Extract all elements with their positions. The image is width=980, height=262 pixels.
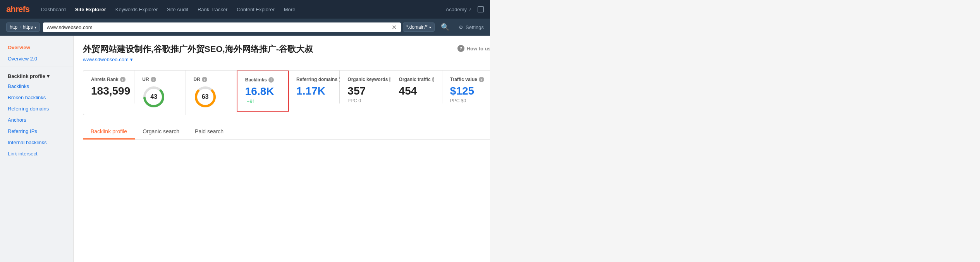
organic-keywords-value: 357 <box>347 85 383 97</box>
tab-backlink-profile[interactable]: Backlink profile <box>83 124 135 140</box>
page-url[interactable]: www.sdwebseo.com ▾ <box>83 57 490 62</box>
dr-circle-metric: 63 <box>194 85 229 109</box>
search-button[interactable]: 🔍 <box>438 21 452 33</box>
protocol-select[interactable]: http + https ▾ <box>6 22 40 32</box>
window-button[interactable] <box>478 6 484 12</box>
metric-organic-keywords[interactable]: Organic keywords i 357 PPC 0 <box>340 71 391 110</box>
nav-keywords-explorer[interactable]: Keywords Explorer <box>115 5 158 14</box>
url-input[interactable] <box>43 22 401 32</box>
nav-academy[interactable]: Academy ↗ <box>446 7 471 12</box>
dr-value: 63 <box>202 93 209 100</box>
main-layout: Overview Overview 2.0 Backlink profile ▾… <box>0 36 490 262</box>
sidebar-section-backlink: Backlink profile ▾ <box>0 69 73 81</box>
nav-rank-tracker[interactable]: Rank Tracker <box>197 5 228 14</box>
ur-info-icon[interactable]: i <box>151 77 156 82</box>
logo[interactable]: ahrefs <box>6 4 29 14</box>
organic-traffic-info-icon[interactable]: i <box>432 77 434 82</box>
traffic-value-sub: PPC $0 <box>450 98 485 103</box>
sidebar-item-referring-ips[interactable]: Referring IPs <box>0 126 73 137</box>
sidebar-item-overview2[interactable]: Overview 2.0 <box>0 53 73 64</box>
ur-circle-metric: 43 <box>142 85 177 109</box>
organic-keywords-sub: PPC 0 <box>347 98 383 103</box>
metric-organic-traffic[interactable]: Organic traffic i 454 <box>391 71 442 103</box>
sidebar-item-anchors[interactable]: Anchors <box>0 114 73 126</box>
dr-circle: 63 <box>194 85 217 109</box>
metric-referring-domains[interactable]: Referring domains i 1.17K <box>289 71 340 103</box>
ahrefs-rank-value: 183,599 <box>91 85 126 97</box>
nav-content-explorer[interactable]: Content Explorer <box>236 5 275 14</box>
metric-ur[interactable]: UR i 43 <box>134 71 186 115</box>
dr-info-icon[interactable]: i <box>202 77 207 82</box>
metric-dr[interactable]: DR i 63 <box>186 71 237 115</box>
content-tabs: Backlink profile Organic search Paid sea… <box>83 124 490 140</box>
sidebar: Overview Overview 2.0 Backlink profile ▾… <box>0 36 74 262</box>
sidebar-item-referring-domains[interactable]: Referring domains <box>0 103 73 114</box>
metric-traffic-value[interactable]: Traffic value i $125 PPC $0 <box>442 71 490 110</box>
ur-value: 43 <box>150 93 157 100</box>
referring-domains-value: 1.17K <box>296 85 332 97</box>
search-bar: http + https ▾ ✕ *.domain/* ▾ 🔍 ⚙ Settin… <box>0 19 490 36</box>
traffic-value-value: $125 <box>450 85 485 97</box>
nav-dashboard[interactable]: Dashboard <box>40 5 67 14</box>
sidebar-divider <box>0 67 73 67</box>
metric-backlinks[interactable]: Backlinks i 16.8K +91 <box>237 70 289 112</box>
nav-right: Academy ↗ <box>446 6 484 12</box>
sidebar-item-overview[interactable]: Overview <box>0 42 73 53</box>
organic-keywords-info-icon[interactable]: i <box>389 77 390 82</box>
metrics-row: Ahrefs Rank i 183,599 UR i <box>83 70 490 115</box>
backlink-chevron-icon: ▾ <box>47 73 50 79</box>
sidebar-item-internal-backlinks[interactable]: Internal backlinks <box>0 137 73 148</box>
page-header: 外贸网站建设制作,谷歌推广外贸SEO,海外网络推广-谷歌大叔 ? How to … <box>83 43 490 62</box>
tab-paid-search[interactable]: Paid search <box>187 124 231 140</box>
main-content: 外贸网站建设制作,谷歌推广外贸SEO,海外网络推广-谷歌大叔 ? How to … <box>74 36 490 262</box>
mode-chevron-icon: ▾ <box>429 25 431 29</box>
external-link-icon: ↗ <box>468 7 471 12</box>
nav-site-explorer[interactable]: Site Explorer <box>74 5 107 14</box>
how-to-use-button[interactable]: ? How to use <box>457 45 490 52</box>
ahrefs-rank-info-icon[interactable]: i <box>120 77 126 82</box>
mode-select[interactable]: *.domain/* ▾ <box>403 22 435 32</box>
settings-button[interactable]: ⚙ Settings <box>459 24 484 30</box>
tab-organic-search[interactable]: Organic search <box>135 124 187 140</box>
page-title: 外贸网站建设制作,谷歌推广外贸SEO,海外网络推广-谷歌大叔 <box>83 43 313 55</box>
clear-button[interactable]: ✕ <box>392 24 397 31</box>
traffic-value-info-icon[interactable]: i <box>479 77 484 82</box>
settings-gear-icon: ⚙ <box>459 24 463 30</box>
nav-more[interactable]: More <box>283 5 296 14</box>
ur-circle: 43 <box>142 85 165 109</box>
sidebar-item-backlinks[interactable]: Backlinks <box>0 81 73 92</box>
help-circle-icon: ? <box>457 45 464 52</box>
backlinks-value: 16.8K <box>245 85 274 97</box>
sidebar-item-link-intersect[interactable]: Link intersect <box>0 148 73 159</box>
nav-site-audit[interactable]: Site Audit <box>166 5 189 14</box>
metric-ahrefs-rank[interactable]: Ahrefs Rank i 183,599 <box>83 71 134 103</box>
page-title-row: 外贸网站建设制作,谷歌推广外贸SEO,海外网络推广-谷歌大叔 ? How to … <box>83 43 490 55</box>
backlinks-delta: +91 <box>247 98 255 104</box>
url-chevron-icon: ▾ <box>130 57 133 62</box>
top-navigation: ahrefs Dashboard Site Explorer Keywords … <box>0 0 490 19</box>
organic-traffic-value: 454 <box>399 85 434 97</box>
backlinks-info-icon[interactable]: i <box>268 77 274 83</box>
sidebar-item-broken-backlinks[interactable]: Broken backlinks <box>0 92 73 103</box>
protocol-chevron-icon: ▾ <box>34 25 36 29</box>
